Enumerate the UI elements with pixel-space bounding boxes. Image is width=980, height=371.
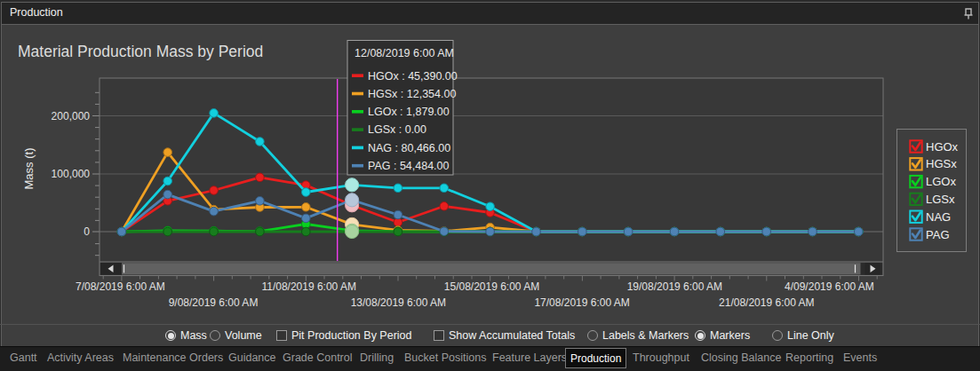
svg-text:12/08/2019 6:00 AM: 12/08/2019 6:00 AM	[355, 47, 454, 59]
svg-text:HGSx : 12,354.00: HGSx : 12,354.00	[368, 88, 456, 100]
svg-text:HGOx: HGOx	[926, 140, 959, 154]
svg-text:4/09/2019 6:00 AM: 4/09/2019 6:00 AM	[785, 280, 874, 293]
svg-text:LGOx: LGOx	[926, 175, 956, 188]
svg-text:0: 0	[84, 225, 90, 238]
svg-text:LGOx : 1,879.00: LGOx : 1,879.00	[368, 106, 450, 118]
svg-text:21/08/2019 6:00 AM: 21/08/2019 6:00 AM	[719, 296, 814, 309]
svg-text:11/08/2019 6:00 AM: 11/08/2019 6:00 AM	[261, 280, 356, 293]
svg-text:PAG: PAG	[926, 228, 950, 241]
svg-text:100,000: 100,000	[52, 168, 91, 180]
svg-text:HGSx: HGSx	[926, 157, 957, 170]
svg-text:LGSx : 0.00: LGSx : 0.00	[368, 123, 426, 136]
svg-text:Mass (t): Mass (t)	[22, 148, 36, 190]
svg-text:HGOx : 45,390.00: HGOx : 45,390.00	[368, 70, 458, 83]
svg-text:200,000: 200,000	[52, 110, 91, 122]
svg-text:NAG: NAG	[926, 210, 951, 224]
svg-text:NAG : 80,466.00: NAG : 80,466.00	[368, 142, 450, 154]
svg-text:9/08/2019 6:00 AM: 9/08/2019 6:00 AM	[169, 296, 259, 309]
svg-text:15/08/2019 6:00 AM: 15/08/2019 6:00 AM	[444, 280, 539, 293]
svg-text:17/08/2019 6:00 AM: 17/08/2019 6:00 AM	[534, 296, 629, 309]
svg-text:LGSx: LGSx	[926, 193, 955, 206]
svg-text:19/08/2019 6:00 AM: 19/08/2019 6:00 AM	[627, 280, 722, 293]
svg-text:PAG : 54,484.00: PAG : 54,484.00	[368, 160, 450, 172]
svg-text:13/08/2019 6:00 AM: 13/08/2019 6:00 AM	[351, 296, 446, 309]
svg-text:7/08/2019 6:00 AM: 7/08/2019 6:00 AM	[76, 280, 165, 293]
